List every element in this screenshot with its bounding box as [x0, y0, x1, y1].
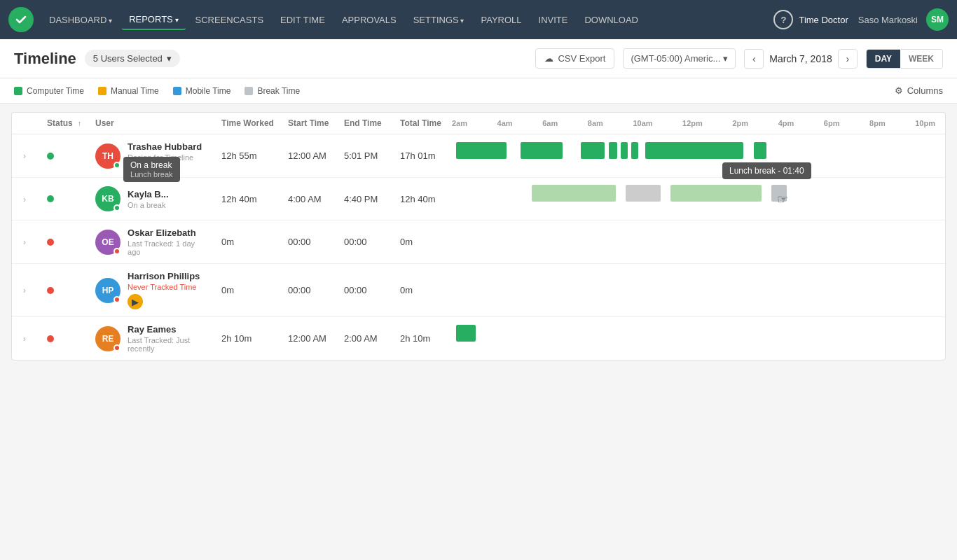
- start-time: 12:00 AM: [281, 317, 337, 360]
- user-name: Ray Eames: [128, 324, 207, 335]
- start-time: 00:00: [281, 264, 337, 317]
- columns-label: Columns: [907, 85, 943, 96]
- user-avatar[interactable]: SM: [926, 8, 949, 31]
- th-timeline: 2am4am6am8am10am12pm2pm4pm6pm8pm10pm: [449, 113, 945, 134]
- user-cell: HP Harrison Phillips Never Tracked Time …: [95, 271, 207, 309]
- th-start-time: Start Time: [281, 113, 337, 134]
- cursor-icon: ☞: [777, 192, 788, 207]
- status-dot: [47, 287, 54, 294]
- columns-button[interactable]: ⚙ Columns: [895, 85, 943, 96]
- csv-label: CSV Export: [558, 53, 605, 64]
- status-dot: [47, 195, 54, 202]
- time-block-3: [581, 142, 605, 159]
- logo[interactable]: [8, 7, 34, 32]
- current-date: March 7, 2018: [769, 53, 832, 64]
- expand-button[interactable]: ›: [19, 150, 30, 162]
- timeline-cell: [456, 228, 938, 256]
- legend-bar: Computer Time Manual Time Mobile Time Br…: [0, 78, 957, 104]
- user-info: Oskar Elizebath Last Tracked: 1 day ago: [128, 227, 207, 256]
- next-date-button[interactable]: ›: [838, 49, 858, 69]
- user-cell: KB On a break Lunch break Kayla B... On …: [95, 186, 207, 211]
- status-indicator: [113, 344, 121, 351]
- total-time: 0m: [393, 220, 449, 264]
- nav-edittime[interactable]: EDIT TIME: [273, 10, 332, 29]
- status-indicator: [113, 248, 121, 255]
- help-button[interactable]: ?: [773, 10, 793, 29]
- end-time: 00:00: [337, 264, 393, 317]
- view-toggle: DAY WEEK: [866, 49, 943, 69]
- th-time-worked: Time Worked: [214, 113, 281, 134]
- user-subtitle: Last Tracked: Just recently: [128, 336, 207, 353]
- nav-download[interactable]: DOWNLOAD: [577, 10, 645, 29]
- legend-manual: Manual Time: [98, 86, 159, 96]
- user-subtitle: Never Tracked Time: [128, 283, 200, 291]
- user-name: Saso Markoski: [858, 15, 918, 25]
- time-worked: 0m: [214, 264, 281, 317]
- total-time: 2h 10m: [393, 317, 449, 360]
- expand-button[interactable]: ›: [19, 193, 30, 206]
- table-row: › RE Ray Eames Last Tracked: Ju: [12, 317, 945, 360]
- status-dot: [47, 239, 54, 246]
- status-dot: [47, 153, 54, 160]
- on-break-tooltip: On a break Lunch break: [123, 157, 180, 182]
- manual-time-dot: [98, 87, 106, 95]
- nav-dashboard[interactable]: DASHBOARD: [42, 10, 119, 29]
- total-time: 17h 01m: [393, 134, 449, 178]
- avatar: KB: [95, 186, 121, 211]
- status-indicator: [113, 162, 121, 169]
- track-button[interactable]: ▶: [128, 294, 143, 309]
- time-worked: 2h 10m: [214, 317, 281, 360]
- gear-icon: ⚙: [895, 85, 903, 96]
- time-block-ray: [456, 325, 476, 342]
- total-time: 0m: [393, 264, 449, 317]
- cloud-icon: ☁: [544, 53, 553, 64]
- end-time: 4:40 PM: [337, 178, 393, 220]
- start-time: 12:00 AM: [281, 134, 337, 178]
- week-view-button[interactable]: WEEK: [900, 50, 942, 68]
- end-time: 2:00 AM: [337, 317, 393, 360]
- navbar: DASHBOARD REPORTS SCREENCASTS EDIT TIME …: [0, 0, 957, 39]
- brand-name: Time Doctor: [799, 15, 848, 25]
- users-selector[interactable]: 5 Users Selected ▾: [85, 50, 180, 67]
- user-cell: OE Oskar Elizebath Last Tracked: 1 day a…: [95, 227, 207, 256]
- nav-settings[interactable]: SETTINGS: [406, 10, 471, 29]
- nav-invite[interactable]: INVITE: [532, 10, 575, 29]
- legend-computer: Computer Time: [14, 86, 84, 96]
- csv-export-button[interactable]: ☁ CSV Export: [535, 48, 614, 69]
- mobile-time-label: Mobile Time: [186, 86, 231, 96]
- avatar: OE: [95, 230, 121, 255]
- time-block-6: [631, 142, 638, 159]
- user-cell: RE Ray Eames Last Tracked: Just recently: [95, 324, 207, 353]
- day-view-button[interactable]: DAY: [867, 50, 900, 68]
- expand-button[interactable]: ›: [19, 332, 30, 345]
- nav-screencasts[interactable]: SCREENCASTS: [188, 10, 271, 29]
- date-navigation: ‹ March 7, 2018 ›: [744, 49, 858, 69]
- start-time: 4:00 AM: [281, 178, 337, 220]
- break-time-dot: [245, 87, 253, 95]
- computer-time-dot: [14, 87, 22, 95]
- on-break-label: On a break: [130, 160, 173, 170]
- expand-button[interactable]: ›: [19, 236, 30, 248]
- time-block-8: [754, 142, 766, 159]
- timeline-cell: [456, 142, 938, 170]
- user-name: Trashae Hubbard: [128, 141, 207, 152]
- nav-approvals[interactable]: APPROVALS: [335, 10, 404, 29]
- time-worked: 12h 40m: [214, 178, 281, 220]
- timezone-selector[interactable]: (GMT-05:00) Americ... ▾: [623, 48, 736, 69]
- nav-payroll[interactable]: PAYROLL: [474, 10, 528, 29]
- timeline-table: Status ↑ User Time Worked Start Time End…: [11, 112, 946, 360]
- user-name: Oskar Elizebath: [128, 227, 207, 238]
- on-break-sub: Lunch break: [130, 170, 173, 178]
- timezone-label: (GMT-05:00) Americ...: [631, 53, 720, 64]
- prev-date-button[interactable]: ‹: [744, 49, 764, 69]
- status-indicator: [113, 296, 121, 303]
- chevron-down-icon: ▾: [167, 53, 172, 64]
- th-user: User: [88, 113, 214, 134]
- computer-time-label: Computer Time: [27, 86, 84, 96]
- avatar: TH: [95, 144, 121, 169]
- time-block-break1: [626, 185, 661, 202]
- timeline-cell: [456, 325, 938, 353]
- th-status[interactable]: Status ↑: [40, 113, 88, 134]
- nav-reports[interactable]: REPORTS: [122, 10, 185, 30]
- expand-button[interactable]: ›: [19, 284, 30, 297]
